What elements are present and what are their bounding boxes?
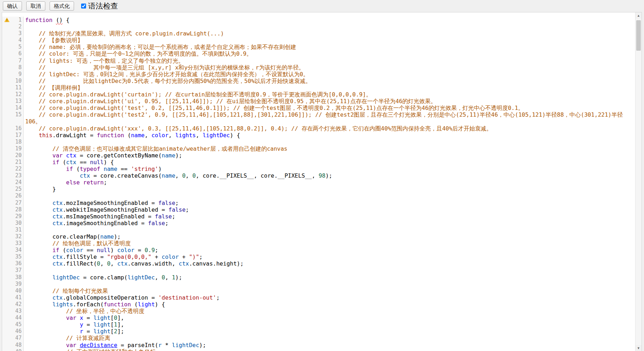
code-line[interactable]: 30 ctx.imageSmoothingEnabled = false; <box>2 220 635 227</box>
code-line[interactable]: 36 ctx.fillRect(0, 0, ctx.canvas.width, … <box>2 260 635 267</box>
code-text[interactable]: // 【参数说明】 <box>24 37 635 44</box>
code-line[interactable]: 25 } <box>2 186 635 193</box>
code-text[interactable]: // 【调用样例】 <box>24 84 635 91</box>
code-text[interactable] <box>24 139 635 145</box>
code-line[interactable]: 24 else return; <box>2 179 635 186</box>
code-text[interactable]: function () { <box>24 17 635 23</box>
code-text[interactable]: // core.plugin.drawLight('test', 0.2, [[… <box>24 105 635 111</box>
code-line[interactable]: 12 // core.plugin.drawLight('curtain'); … <box>2 91 635 98</box>
code-line[interactable]: 13 // core.plugin.drawLight('ui', 0.95, … <box>2 98 635 105</box>
code-line[interactable]: 6 // color: 可选，只能是一个0~1之间的数，为不透明度的值。不填则默… <box>2 50 635 57</box>
code-text[interactable] <box>24 23 635 30</box>
cancel-button[interactable]: 取消 <box>26 1 45 11</box>
code-line[interactable]: 15 // core.plugin.drawLight('test2', 0.9… <box>2 111 635 125</box>
code-text[interactable]: // core.plugin.drawLight('ui', 0.95, [[2… <box>24 98 635 105</box>
code-line[interactable]: 5 // name: 必填，要绘制到的画布名；可以是一个系统画布，或者是个自定义… <box>2 44 635 50</box>
format-button[interactable]: 格式化 <box>50 1 74 11</box>
code-line[interactable]: 34 if (color == null) color = 0.9; <box>2 247 635 254</box>
code-line[interactable]: 42 lights.forEach(function (light) { <box>2 301 635 308</box>
code-line[interactable]: 29 ctx.msImageSmoothingEnabled = false; <box>2 213 635 220</box>
code-text[interactable] <box>24 267 635 274</box>
code-text[interactable]: ctx.globalCompositeOperation = 'destinat… <box>24 294 635 301</box>
code-line[interactable]: 16 // core.plugin.drawLight('xxx', 0.3, … <box>2 125 635 132</box>
code-text[interactable]: r = light[2]; <box>24 328 635 335</box>
code-text[interactable]: // core.plugin.drawLight('curtain'); // … <box>24 91 635 98</box>
code-text[interactable]: // color: 可选，只能是一个0~1之间的数，为不透明度的值。不填则默认为… <box>24 50 635 57</box>
code-line[interactable]: 8 // 其中每一项是三元组 [x,y,r] x和y分别为该灯光的横纵坐标，r为… <box>2 64 635 71</box>
code-text[interactable]: var x = light[0], <box>24 314 635 321</box>
code-line[interactable]: 11 // 【调用样例】 <box>2 84 635 91</box>
code-text[interactable]: this.drawLight = function (name, color, … <box>24 132 635 139</box>
code-text[interactable]: // core.plugin.drawLight('xxx', 0.3, [[2… <box>24 125 635 132</box>
code-line[interactable]: 31 <box>2 227 635 233</box>
code-line[interactable]: 45 y = light[1], <box>2 321 635 328</box>
code-text[interactable]: // 绘制灯光/漆黑层效果。调用方式 core.plugin.drawLight… <box>24 30 635 37</box>
code-lines[interactable]: 1function () {23 // 绘制灯光/漆黑层效果。调用方式 core… <box>2 12 635 351</box>
confirm-button[interactable]: 确认 <box>3 1 22 11</box>
code-text[interactable]: var decDistance = parseInt(r * lightDec)… <box>24 342 635 349</box>
code-text[interactable]: // 绘制色调层，默认不透明度 <box>24 240 635 247</box>
code-text[interactable]: // 清空色调层；也可以修改成其它层比如animate/weather层，或者用… <box>24 145 635 152</box>
code-line[interactable]: 18 <box>2 139 635 145</box>
code-text[interactable] <box>24 281 635 288</box>
code-line[interactable]: 49 // 正方形区域的直径和左上角坐标 <box>2 349 635 351</box>
code-line[interactable]: 17 this.drawLight = function (name, colo… <box>2 132 635 139</box>
code-text[interactable]: // lightDec: 可选，0到1之间，光从多少百分比才开始衰减（在此范围内… <box>24 71 635 78</box>
vertical-scrollbar[interactable]: ▲ ▼ <box>635 12 642 351</box>
code-text[interactable]: ctx.fillStyle = "rgba(0,0,0," + color + … <box>24 254 635 260</box>
code-text[interactable] <box>24 227 635 233</box>
code-text[interactable]: lights.forEach(function (light) { <box>24 301 635 308</box>
code-line[interactable]: 2 <box>2 23 635 30</box>
scroll-up-arrow-icon[interactable]: ▲ <box>635 12 642 18</box>
code-line[interactable]: 39 <box>2 281 635 288</box>
code-text[interactable]: var ctx = core.getContextByName(name); <box>24 152 635 159</box>
code-text[interactable]: y = light[1], <box>24 321 635 328</box>
code-text[interactable]: // 计算衰减距离 <box>24 335 635 341</box>
code-text[interactable]: if (color == null) color = 0.9; <box>24 247 635 254</box>
code-line[interactable]: 35 ctx.fillStyle = "rgba(0,0,0," + color… <box>2 254 635 260</box>
code-text[interactable]: // 绘制每个灯光效果 <box>24 288 635 294</box>
code-line[interactable]: 40 // 绘制每个灯光效果 <box>2 288 635 294</box>
code-line[interactable]: 26 <box>2 193 635 199</box>
code-line[interactable]: 23 ctx = core.createCanvas(name, 0, 0, c… <box>2 172 635 179</box>
scroll-down-arrow-icon[interactable]: ▼ <box>635 345 642 351</box>
code-line[interactable]: 19 // 清空色调层；也可以修改成其它层比如animate/weather层，… <box>2 145 635 152</box>
code-line[interactable]: 32 core.clearMap(name); <box>2 233 635 240</box>
code-text[interactable]: if (ctx == null) { <box>24 159 635 166</box>
code-line[interactable]: 3 // 绘制灯光/漆黑层效果。调用方式 core.plugin.drawLig… <box>2 30 635 37</box>
code-text[interactable]: ctx.msImageSmoothingEnabled = false; <box>24 213 635 220</box>
code-text[interactable]: // name: 必填，要绘制到的画布名；可以是一个系统画布，或者是个自定义画布… <box>24 44 635 50</box>
code-line[interactable]: 9 // lightDec: 可选，0到1之间，光从多少百分比才开始衰减（在此范… <box>2 71 635 78</box>
syntax-check-checkbox[interactable] <box>81 4 86 9</box>
code-line[interactable]: 7 // lights: 可选，一个数组，定义了每个独立的灯光。 <box>2 57 635 64</box>
code-text[interactable]: // 正方形区域的直径和左上角坐标 <box>24 349 635 351</box>
code-line[interactable]: 46 r = light[2]; <box>2 328 635 335</box>
code-line[interactable]: 47 // 计算衰减距离 <box>2 335 635 341</box>
code-line[interactable]: 21 if (ctx == null) { <box>2 159 635 166</box>
code-line[interactable]: 41 ctx.globalCompositeOperation = 'desti… <box>2 294 635 301</box>
code-text[interactable]: // 坐标，半径，中心不透明度 <box>24 308 635 314</box>
scrollbar-thumb[interactable] <box>636 20 641 51</box>
code-line[interactable]: 44 var x = light[0], <box>2 314 635 321</box>
code-line[interactable]: 10 // 比如lightDec为0.5代表，每个灯光部分内圈50%的范围全亮，… <box>2 78 635 84</box>
code-line[interactable]: 43 // 坐标，半径，中心不透明度 <box>2 308 635 314</box>
code-text[interactable]: // lights: 可选，一个数组，定义了每个独立的灯光。 <box>24 57 635 64</box>
code-line[interactable]: 27 ctx.mozImageSmoothingEnabled = false; <box>2 200 635 206</box>
code-text[interactable]: ctx.webkitImageSmoothingEnabled = false; <box>24 206 635 213</box>
code-text[interactable]: // 其中每一项是三元组 [x,y,r] x和y分别为该灯光的横纵坐标，r为该灯… <box>24 64 635 71</box>
code-text[interactable]: if (typeof name == 'string') <box>24 166 635 172</box>
code-text[interactable]: ctx.mozImageSmoothingEnabled = false; <box>24 200 635 206</box>
code-line[interactable]: 20 var ctx = core.getContextByName(name)… <box>2 152 635 159</box>
code-line[interactable]: 37 <box>2 267 635 274</box>
code-line[interactable]: 33 // 绘制色调层，默认不透明度 <box>2 240 635 247</box>
code-line[interactable]: 14 // core.plugin.drawLight('test', 0.2,… <box>2 105 635 111</box>
code-text[interactable]: // core.plugin.drawLight('test2', 0.9, [… <box>24 111 635 125</box>
code-line[interactable]: 4 // 【参数说明】 <box>2 37 635 44</box>
code-line[interactable]: 1function () { <box>2 17 635 23</box>
code-line[interactable]: 28 ctx.webkitImageSmoothingEnabled = fal… <box>2 206 635 213</box>
code-text[interactable] <box>24 193 635 199</box>
code-text[interactable]: // 比如lightDec为0.5代表，每个灯光部分内圈50%的范围全亮，50%… <box>24 78 635 84</box>
code-text[interactable]: core.clearMap(name); <box>24 233 635 240</box>
code-text[interactable]: else return; <box>24 179 635 186</box>
code-text[interactable]: ctx = core.createCanvas(name, 0, 0, core… <box>24 172 635 179</box>
